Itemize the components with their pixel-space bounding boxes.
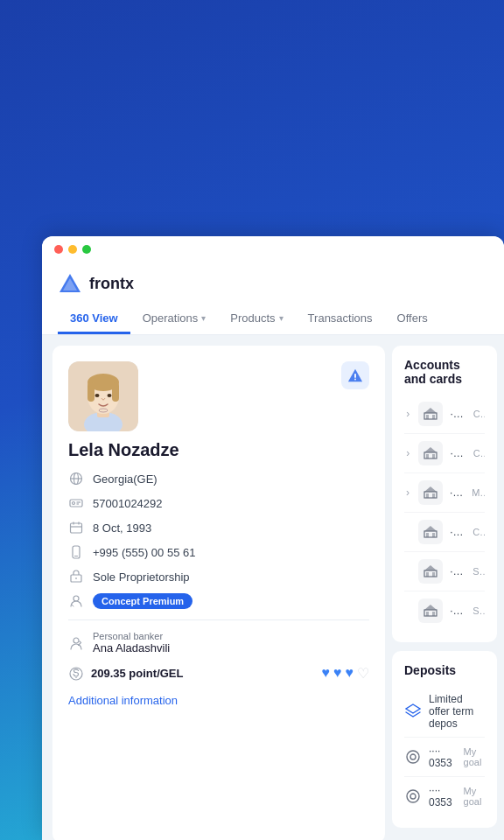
bank-icon-4 xyxy=(418,520,443,544)
tab-360view[interactable]: 360 View xyxy=(58,304,130,334)
account-number-0091: ···· 0091 xyxy=(450,526,466,538)
deposit-type-0353b: My goal xyxy=(464,786,485,807)
account-row-0091: › ···· 0091 Curren xyxy=(404,513,485,552)
content-area: Lela Nozadze Georgia(GE) 57001024292 8 O… xyxy=(42,335,504,840)
close-dot[interactable] xyxy=(54,245,63,254)
points-row: 209.35 point/GEL ♥ ♥ ♥ ♡ xyxy=(68,665,369,682)
phone-icon xyxy=(68,544,84,560)
business-icon xyxy=(68,569,84,584)
account-chevron-right-icon-2: › xyxy=(404,444,411,462)
heart-4-outline: ♡ xyxy=(357,665,369,682)
svg-marker-57 xyxy=(424,605,437,610)
logo-icon xyxy=(58,271,82,296)
svg-rect-42 xyxy=(426,454,429,458)
bank-icon xyxy=(418,402,443,426)
svg-rect-55 xyxy=(432,572,435,577)
minimize-dot[interactable] xyxy=(68,245,77,254)
tab-offers[interactable]: Offers xyxy=(385,304,440,334)
svg-rect-47 xyxy=(432,494,435,498)
browser-window: frontx 360 View Operations ▾ Products ▾ … xyxy=(42,236,504,840)
avatar xyxy=(68,361,138,431)
svg-rect-38 xyxy=(426,415,429,419)
profile-phone-row: +995 (555) 00 55 61 xyxy=(68,544,369,560)
svg-point-9 xyxy=(95,394,100,397)
calendar-icon xyxy=(68,520,84,536)
svg-point-63 xyxy=(410,794,416,799)
svg-marker-53 xyxy=(424,565,437,570)
account-row-0017: › ···· 0017 Saving xyxy=(404,552,485,592)
business-value: Sole Proprietorship xyxy=(93,570,190,584)
account-number-0007: ···· 0007 xyxy=(450,447,466,459)
hearts-rating: ♥ ♥ ♥ ♡ xyxy=(322,665,370,682)
app-header: frontx 360 View Operations ▾ Products ▾ … xyxy=(42,262,504,335)
tab-operations[interactable]: Operations ▾ xyxy=(130,304,219,334)
goal-icon-2 xyxy=(404,784,422,808)
svg-rect-22 xyxy=(71,523,82,533)
nav-tabs: 360 View Operations ▾ Products ▾ Transac… xyxy=(58,304,488,334)
deposits-section: Deposits Limited offer term depos xyxy=(392,651,497,828)
account-type-0007: Conce xyxy=(473,448,485,458)
svg-rect-51 xyxy=(432,533,435,537)
deposits-title: Deposits xyxy=(404,663,485,677)
profile-id-row: 57001024292 xyxy=(68,495,369,511)
tab-products[interactable]: Products ▾ xyxy=(218,304,295,334)
points-icon xyxy=(68,666,84,682)
svg-line-31 xyxy=(72,605,74,606)
deposit-row-limited[interactable]: Limited offer term depos xyxy=(404,686,485,738)
profile-panel: Lela Nozadze Georgia(GE) 57001024292 8 O… xyxy=(52,346,385,840)
maximize-dot[interactable] xyxy=(82,245,91,254)
account-type-0018: Saving xyxy=(472,606,485,616)
bank-icon-2 xyxy=(418,441,443,466)
account-row-0007[interactable]: › ···· 0007 Conce xyxy=(404,434,485,473)
app-name: frontx xyxy=(89,275,134,293)
globe-icon xyxy=(68,471,84,486)
account-type-0058: Conce xyxy=(473,409,485,419)
tab-transactions[interactable]: Transactions xyxy=(296,304,385,334)
banker-info: Personal banker Ana Aladashvili xyxy=(93,631,170,654)
svg-point-19 xyxy=(73,502,75,505)
account-chevron-right-icon-3: › xyxy=(404,484,411,501)
account-row-0064[interactable]: › ···· 0064 MC GO xyxy=(404,473,485,513)
account-chevron-right-icon: › xyxy=(404,405,411,423)
operations-chevron-down-icon: ▾ xyxy=(201,313,206,323)
app-logo: frontx xyxy=(58,271,488,296)
divider xyxy=(68,620,369,620)
profile-dob-row: 8 Oct, 1993 xyxy=(68,520,369,536)
banker-name: Ana Aladashvili xyxy=(93,641,170,654)
dob-value: 8 Oct, 1993 xyxy=(93,522,151,535)
svg-rect-58 xyxy=(426,612,429,616)
svg-point-60 xyxy=(407,751,419,763)
svg-point-14 xyxy=(354,379,356,381)
points-left: 209.35 point/GEL xyxy=(68,666,183,682)
heart-3: ♥ xyxy=(346,665,354,682)
profile-country-row: Georgia(GE) xyxy=(68,471,369,486)
account-number-0017: ···· 0017 xyxy=(450,565,466,578)
profile-business-row: Sole Proprietorship xyxy=(68,569,369,584)
account-number-0058: ···· 0058 xyxy=(450,408,466,420)
account-row-0058[interactable]: › ···· 0058 Conce xyxy=(404,395,485,434)
bank-icon-6 xyxy=(418,598,443,623)
alert-button[interactable] xyxy=(341,361,369,389)
svg-point-61 xyxy=(410,754,416,760)
person-icon xyxy=(68,593,84,609)
deposit-row-0353b[interactable]: ···· 0353 My goal xyxy=(404,777,485,816)
points-value: 209.35 point/GEL xyxy=(91,667,183,680)
profile-segment-row: Concept Premium xyxy=(68,593,369,609)
accounts-section: Accounts and cards › ···· 0058 Conce › ·… xyxy=(392,346,497,642)
svg-marker-41 xyxy=(424,447,437,452)
phone-value: +995 (555) 00 55 61 xyxy=(93,546,195,559)
account-type-0064: MC GO xyxy=(472,487,485,498)
bank-icon-5 xyxy=(418,559,443,584)
svg-marker-37 xyxy=(424,408,437,413)
deposit-row-0353a[interactable]: ···· 0353 My goal xyxy=(404,738,485,777)
additional-info-link[interactable]: Additional information xyxy=(68,694,369,707)
personal-banker-row: Personal banker Ana Aladashvili xyxy=(68,631,369,654)
svg-marker-45 xyxy=(424,486,437,492)
banker-icon xyxy=(68,635,84,651)
svg-point-10 xyxy=(108,394,112,397)
svg-marker-49 xyxy=(424,526,437,531)
country-value: Georgia(GE) xyxy=(93,472,158,486)
goal-icon-1 xyxy=(404,745,422,769)
svg-rect-7 xyxy=(88,382,94,402)
deposit-label-limited: Limited offer term depos xyxy=(429,693,485,730)
